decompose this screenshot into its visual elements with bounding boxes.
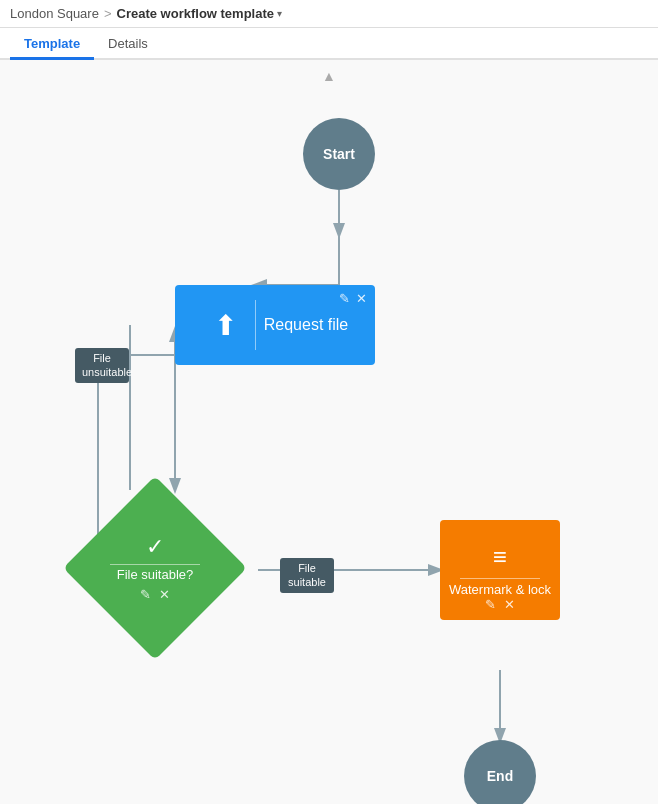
workflow-canvas: ▲ Start — [0, 60, 658, 804]
request-delete-icon[interactable]: ✕ — [356, 291, 367, 306]
scroll-up-arrow: ▲ — [322, 68, 336, 84]
end-node: End — [464, 740, 536, 804]
request-file-label: Request file — [264, 316, 349, 334]
breadcrumb: London Square > Create workflow template… — [0, 0, 658, 28]
decision-delete-icon[interactable]: ✕ — [159, 587, 170, 602]
tab-details[interactable]: Details — [94, 28, 162, 60]
request-file-node[interactable]: ✎ ✕ ⬆ Request file — [175, 285, 375, 365]
watermark-icon: ≡ — [493, 543, 507, 571]
end-circle: End — [464, 740, 536, 804]
request-file-icon: ⬆ — [202, 309, 237, 342]
file-suitable-label: Filesuitable — [280, 558, 334, 593]
watermark-edit-icon[interactable]: ✎ — [485, 597, 496, 612]
file-unsuitable-label: Fileunsuitable — [75, 348, 129, 383]
org-name[interactable]: London Square — [10, 6, 99, 21]
request-divider — [255, 300, 256, 350]
chevron-down-icon[interactable]: ▾ — [277, 8, 282, 19]
start-node: Start — [303, 118, 375, 190]
tab-bar: Template Details — [0, 28, 658, 60]
watermark-node-container[interactable]: ≡ Watermark & lock ✎ ✕ — [440, 520, 560, 620]
check-icon: ✓ — [146, 534, 164, 560]
decision-label: File suitable? — [117, 567, 194, 583]
breadcrumb-sep: > — [104, 6, 112, 21]
decision-actions: ✎ ✕ — [140, 587, 170, 602]
decision-edit-icon[interactable]: ✎ — [140, 587, 151, 602]
watermark-actions: ✎ ✕ — [485, 597, 515, 612]
end-label: End — [487, 768, 513, 784]
request-node-actions: ✎ ✕ — [339, 291, 367, 306]
request-edit-icon[interactable]: ✎ — [339, 291, 350, 306]
tab-template[interactable]: Template — [10, 28, 94, 60]
watermark-delete-icon[interactable]: ✕ — [504, 597, 515, 612]
start-label: Start — [323, 146, 355, 162]
watermark-label: Watermark & lock — [449, 582, 551, 598]
watermark-divider — [460, 578, 540, 579]
decision-diamond-content: ✓ File suitable? ✎ ✕ — [110, 534, 200, 602]
start-circle: Start — [303, 118, 375, 190]
decision-divider — [110, 564, 200, 565]
decision-node[interactable]: ✓ File suitable? ✎ ✕ — [75, 488, 235, 648]
page-title: Create workflow template — [117, 6, 275, 21]
